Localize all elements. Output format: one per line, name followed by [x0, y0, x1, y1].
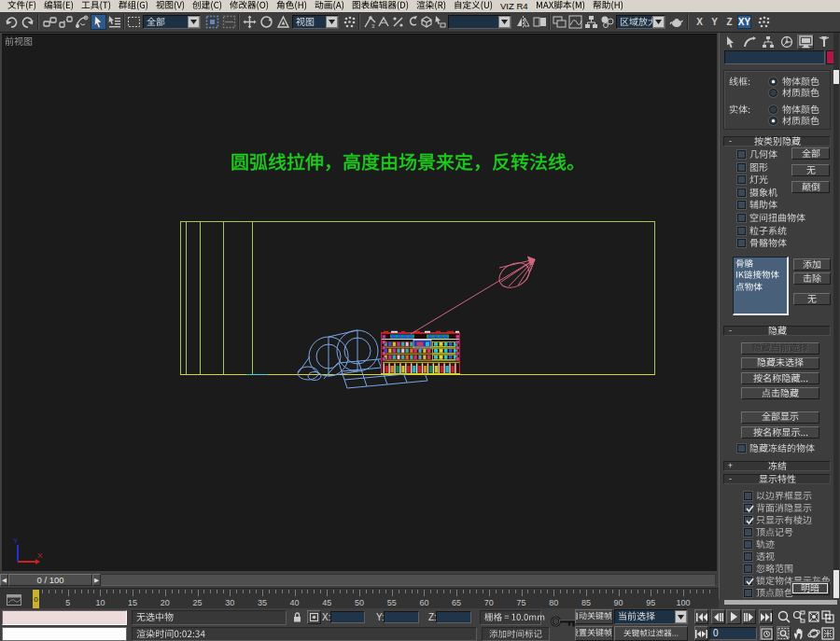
unlink-button[interactable]: [58, 14, 74, 30]
category-1-checkbox[interactable]: [737, 150, 746, 159]
hide-category-none-button[interactable]: [791, 164, 830, 176]
min-max-toggle-button[interactable]: [820, 626, 834, 641]
display-prop-2-checkbox[interactable]: [744, 504, 752, 512]
select-rotate-button[interactable]: [259, 14, 274, 30]
window-selection-toggle[interactable]: [204, 14, 220, 30]
undo-button[interactable]: [4, 14, 20, 30]
viewport-front[interactable]: XY: [2, 34, 717, 571]
hide-button-4[interactable]: [741, 387, 819, 399]
time-configuration-button[interactable]: [760, 626, 774, 641]
key-filters-button[interactable]: [614, 626, 688, 641]
dropdown-arrow-icon[interactable]: [326, 16, 338, 28]
menu-5[interactable]: [152, 0, 189, 12]
select-move-button[interactable]: [242, 14, 258, 30]
panel-bottom-scroll-strip[interactable]: [724, 600, 837, 605]
link-button[interactable]: [42, 14, 58, 30]
toolbar-dropdown-coord_system[interactable]: [292, 15, 339, 29]
menu-8[interactable]: [273, 0, 311, 12]
dropdown-arrow-icon[interactable]: [498, 16, 511, 28]
toolbar-dropdown-zoom_mode[interactable]: [616, 15, 665, 29]
time-slider-track[interactable]: [0, 574, 716, 586]
solid-object-color-radio[interactable]: [769, 105, 777, 114]
rollout-hide-by-category[interactable]: -: [723, 136, 831, 146]
add-time-tag-button[interactable]: [482, 627, 550, 641]
select-by-name-button[interactable]: [106, 14, 122, 30]
display-prop-1-checkbox[interactable]: [744, 492, 752, 500]
current-frame-field[interactable]: 0: [709, 627, 757, 640]
display-prop-3-checkbox[interactable]: [744, 516, 752, 524]
hide-button-6[interactable]: [741, 426, 819, 439]
maxscript-mini-listener-script[interactable]: [2, 627, 127, 641]
exclude-list-remove-button[interactable]: [793, 272, 831, 285]
layer-manager-button[interactable]: [552, 14, 567, 30]
key-mode-toggle[interactable]: [694, 626, 708, 641]
absolute-offset-toggle[interactable]: [307, 610, 321, 624]
toolbar-dropdown-selection_filter[interactable]: [143, 15, 201, 29]
panel-scrollbar[interactable]: [833, 33, 839, 598]
category-3-checkbox[interactable]: [737, 175, 746, 184]
menu-2[interactable]: [40, 0, 77, 12]
zoom-extents-button[interactable]: [806, 609, 820, 624]
exclude-list-add-button[interactable]: [793, 258, 831, 271]
arc-rotate-button[interactable]: [806, 626, 820, 641]
auto-key-button[interactable]: [575, 609, 613, 624]
current-frame-marker[interactable]: 0: [33, 590, 39, 608]
menu-12[interactable]: [450, 0, 497, 12]
menu-13[interactable]: VIZ R4: [497, 0, 532, 12]
previous-frame-button[interactable]: [711, 609, 725, 624]
curve-editor-button[interactable]: [567, 14, 583, 30]
crossing-selection-toggle[interactable]: [221, 14, 237, 30]
hide-button-5[interactable]: [741, 411, 819, 424]
selection-region-button[interactable]: [126, 14, 142, 30]
menu-11[interactable]: [413, 0, 450, 12]
menu-9[interactable]: [311, 0, 348, 12]
axis-xy-plane-constraint[interactable]: XY: [737, 15, 751, 29]
category-5-checkbox[interactable]: [737, 201, 746, 209]
display-prop-6-checkbox[interactable]: [744, 552, 752, 561]
toolbar-dropdown-named_selection[interactable]: [448, 15, 511, 29]
panel-tab-motion[interactable]: [778, 35, 795, 49]
display-prop-7-checkbox[interactable]: [744, 564, 752, 573]
menu-6[interactable]: [189, 0, 226, 12]
select-object-button[interactable]: [91, 14, 106, 30]
rollout-hide[interactable]: -: [723, 326, 831, 336]
display-prop-9-checkbox[interactable]: [744, 589, 752, 597]
exclude-list-item-1[interactable]: [735, 258, 787, 270]
wireframe-material-color-radio[interactable]: [769, 89, 777, 97]
go-to-start-button[interactable]: [694, 609, 708, 624]
panel-tab-utilities[interactable]: [816, 35, 833, 49]
hide-button-3[interactable]: [741, 372, 819, 384]
dropdown-arrow-icon[interactable]: [652, 16, 665, 28]
region-zoom-button[interactable]: [777, 626, 791, 641]
exclude-list-none-button[interactable]: [793, 293, 831, 305]
hide-frozen-objects-checkbox[interactable]: [737, 444, 746, 453]
x-coord-field[interactable]: [330, 611, 365, 623]
menu-3[interactable]: [77, 0, 115, 12]
menu-15[interactable]: [589, 0, 627, 12]
dropdown-arrow-icon[interactable]: [675, 610, 687, 623]
exclude-list-item-3[interactable]: [735, 282, 787, 293]
exclude-list-item-2[interactable]: [735, 270, 787, 281]
play-animation-button[interactable]: [726, 609, 741, 624]
category-6-checkbox[interactable]: [737, 214, 746, 222]
vertex-color-shaded-button[interactable]: [791, 581, 830, 595]
menu-7[interactable]: [226, 0, 273, 12]
category-7-checkbox[interactable]: [737, 227, 746, 235]
rollout-display-properties[interactable]: -: [723, 474, 831, 484]
schematic-view-button[interactable]: [583, 14, 599, 30]
rollout-freeze[interactable]: +: [723, 461, 831, 471]
track-bar[interactable]: 0510152025303540455055606570758085909510…: [0, 588, 719, 608]
mini-curve-editor-icon[interactable]: [7, 592, 21, 609]
select-and-manipulate-button[interactable]: [432, 14, 448, 30]
set-key-icon[interactable]: [551, 614, 576, 633]
set-key-button[interactable]: [575, 626, 613, 641]
category-4-checkbox[interactable]: [737, 188, 746, 197]
category-2-checkbox[interactable]: [737, 163, 746, 172]
menu-10[interactable]: [348, 0, 413, 12]
display-prop-5-checkbox[interactable]: [744, 540, 752, 549]
time-slider-prev-arrow[interactable]: ◀: [0, 574, 8, 586]
exclude-list[interactable]: [733, 257, 789, 315]
zoom-extents-all-button[interactable]: [820, 609, 834, 624]
menu-1[interactable]: [4, 0, 40, 12]
axis-y-constraint[interactable]: Y: [707, 15, 721, 29]
